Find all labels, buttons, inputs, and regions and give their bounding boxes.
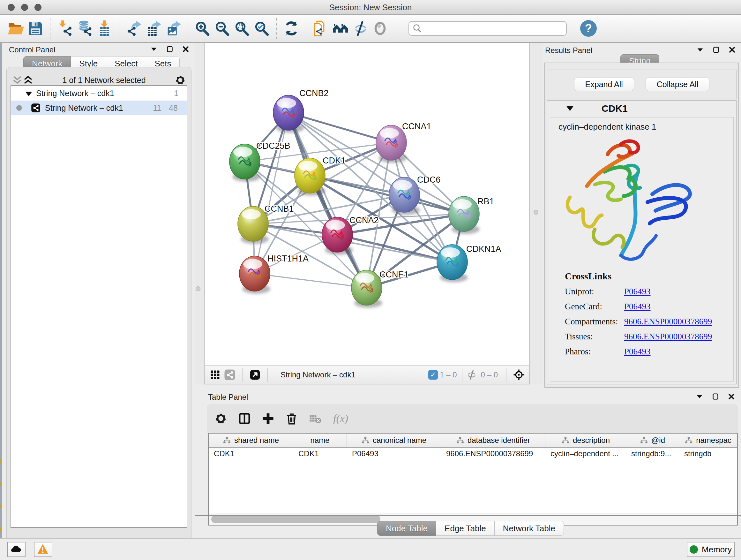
cell-database-identifier[interactable]: 9606.ENSP00000378699 bbox=[441, 449, 545, 458]
help-button[interactable]: ? bbox=[580, 20, 597, 37]
hide-panels-icon[interactable] bbox=[350, 18, 370, 39]
export-table-icon[interactable] bbox=[144, 18, 163, 39]
show-panels-icon[interactable] bbox=[370, 18, 390, 39]
string-home-icon[interactable] bbox=[331, 18, 350, 39]
network-row-selected[interactable]: String Network – cdk1 11 48 bbox=[11, 101, 187, 115]
network-edge[interactable] bbox=[255, 273, 367, 288]
show-columns-icon[interactable] bbox=[236, 410, 253, 427]
create-column-icon[interactable] bbox=[260, 410, 276, 427]
share-file-icon[interactable] bbox=[311, 18, 331, 39]
expand-all-icon[interactable] bbox=[23, 75, 33, 85]
search-input[interactable] bbox=[408, 21, 567, 36]
birdseye-grid-icon[interactable] bbox=[208, 368, 222, 382]
gene-section-header[interactable]: CDK1 bbox=[547, 101, 736, 117]
open-session-icon[interactable] bbox=[6, 18, 25, 39]
left-splitter-handle[interactable] bbox=[196, 287, 200, 291]
close-panel-icon[interactable] bbox=[728, 393, 735, 401]
save-session-icon[interactable] bbox=[25, 18, 45, 39]
cell-shared-name[interactable]: CDK1 bbox=[209, 449, 293, 458]
refresh-icon[interactable] bbox=[281, 18, 301, 39]
right-splitter[interactable] bbox=[530, 43, 542, 391]
gene-expander-icon[interactable] bbox=[566, 105, 574, 112]
detach-view-icon[interactable] bbox=[248, 368, 262, 382]
panel-menu-icon[interactable] bbox=[696, 46, 704, 55]
column-header-@id[interactable]: @id bbox=[626, 434, 679, 447]
zoom-fit-icon[interactable] bbox=[232, 18, 252, 39]
import-network-icon[interactable] bbox=[55, 18, 75, 39]
float-panel-icon[interactable] bbox=[712, 393, 719, 401]
network-node-RB1[interactable]: RB1 bbox=[449, 196, 494, 234]
crosslink-link[interactable]: 9606.ENSP00000378699 bbox=[624, 317, 712, 327]
tab-edge-table[interactable]: Edge Table bbox=[436, 521, 495, 536]
import-table-icon[interactable] bbox=[94, 18, 114, 39]
panel-menu-icon[interactable] bbox=[150, 45, 158, 54]
expand-all-button[interactable]: Expand All bbox=[574, 78, 634, 91]
table-row[interactable]: CDK1CDK1P064939606.ENSP00000378699cyclin… bbox=[209, 448, 737, 460]
fit-selected-crosshair-icon[interactable] bbox=[512, 368, 526, 382]
memory-button[interactable]: Memory bbox=[687, 542, 735, 557]
network-node-CCNA2[interactable]: CCNA2 bbox=[322, 215, 379, 255]
column-label: canonical name bbox=[373, 436, 426, 445]
export-image-icon[interactable] bbox=[163, 18, 183, 39]
node-label: CCNB2 bbox=[299, 88, 329, 98]
crosslink-link[interactable]: P06493 bbox=[624, 302, 651, 312]
close-panel-icon[interactable] bbox=[182, 45, 190, 54]
cell-canonical-name[interactable]: P06493 bbox=[347, 449, 441, 458]
collapse-all-icon[interactable] bbox=[12, 75, 23, 85]
cell-description[interactable]: cyclin–dependent ... bbox=[545, 449, 626, 458]
network-collection-row[interactable]: String Network – cdk1 1 bbox=[11, 86, 187, 101]
crosslink-link[interactable]: 9606.ENSP00000378699 bbox=[624, 332, 712, 341]
table-panel-divider bbox=[195, 515, 741, 516]
crosslink-link[interactable]: P06493 bbox=[624, 287, 651, 297]
tab-network-table[interactable]: Network Table bbox=[495, 521, 564, 536]
collapse-all-button[interactable]: Collapse All bbox=[646, 78, 710, 91]
network-node-CDC25B[interactable]: CDC25B bbox=[229, 141, 290, 182]
network-view-canvas[interactable]: CCNB2 CCNA1 CDC25B CDK1 CDC6 RB1 CCNB1 bbox=[204, 43, 530, 365]
network-node-CDKN1A[interactable]: CDKN1A bbox=[437, 244, 501, 282]
zoom-out-icon[interactable] bbox=[212, 18, 232, 39]
left-splitter[interactable] bbox=[195, 43, 204, 391]
selected-checkbox-icon[interactable]: ✓ bbox=[428, 370, 438, 380]
column-header-canonical-name[interactable]: canonical name bbox=[347, 434, 441, 447]
cell-@id[interactable]: stringdb:9... bbox=[626, 449, 679, 458]
network-node-HIST1H1A[interactable]: HIST1H1A bbox=[239, 254, 309, 294]
horizontal-splitter[interactable] bbox=[195, 384, 542, 391]
main-toolbar: ? bbox=[0, 15, 741, 43]
node-label: CCNB1 bbox=[265, 204, 294, 213]
column-header-database-identifier[interactable]: database identifier bbox=[441, 434, 545, 447]
warnings-button[interactable] bbox=[34, 542, 52, 557]
scrollbar-thumb[interactable] bbox=[211, 515, 381, 523]
network-options-gear-icon[interactable] bbox=[175, 74, 186, 86]
column-header-namespac[interactable]: namespac bbox=[679, 434, 737, 447]
crosslink-link[interactable]: P06493 bbox=[624, 347, 651, 357]
network-node-CDC6[interactable]: CDC6 bbox=[389, 175, 441, 215]
network-overview-icon[interactable] bbox=[222, 368, 237, 382]
right-splitter-handle[interactable] bbox=[534, 210, 538, 214]
import-database-icon[interactable] bbox=[75, 18, 94, 39]
network-node-CCNE1[interactable]: CCNE1 bbox=[351, 270, 409, 308]
float-panel-icon[interactable] bbox=[166, 45, 174, 54]
zoom-selected-icon[interactable] bbox=[252, 18, 272, 39]
column-header-name[interactable]: name bbox=[293, 434, 347, 447]
crosslinks-section: CrossLinks Uniprot:P06493GeneCard:P06493… bbox=[565, 271, 727, 357]
zoom-in-icon[interactable] bbox=[193, 18, 212, 39]
hidden-eye-icon[interactable] bbox=[464, 368, 479, 382]
network-edge[interactable] bbox=[255, 113, 288, 273]
tab-node-table[interactable]: Node Table bbox=[377, 521, 436, 536]
close-panel-icon[interactable] bbox=[728, 46, 736, 55]
network-node-CCNA1[interactable]: CCNA1 bbox=[376, 122, 431, 163]
float-panel-icon[interactable] bbox=[712, 46, 720, 55]
cloud-status-button[interactable] bbox=[7, 542, 25, 557]
cell-namespac[interactable]: stringdb bbox=[679, 449, 737, 458]
table-options-gear-icon[interactable] bbox=[212, 410, 229, 427]
column-header-description[interactable]: description bbox=[545, 434, 626, 447]
network-node-CCNB1[interactable]: CCNB1 bbox=[238, 204, 294, 244]
column-header-shared-name[interactable]: shared name bbox=[209, 434, 293, 447]
collection-expander-icon[interactable] bbox=[24, 90, 33, 97]
delete-column-icon[interactable] bbox=[283, 410, 300, 427]
network-node-CDK1[interactable]: CDK1 bbox=[294, 156, 346, 196]
export-network-icon[interactable] bbox=[124, 18, 144, 39]
cell-name[interactable]: CDK1 bbox=[293, 449, 347, 458]
network-node-CCNB2[interactable]: CCNB2 bbox=[273, 88, 329, 133]
panel-menu-icon[interactable] bbox=[696, 393, 703, 401]
